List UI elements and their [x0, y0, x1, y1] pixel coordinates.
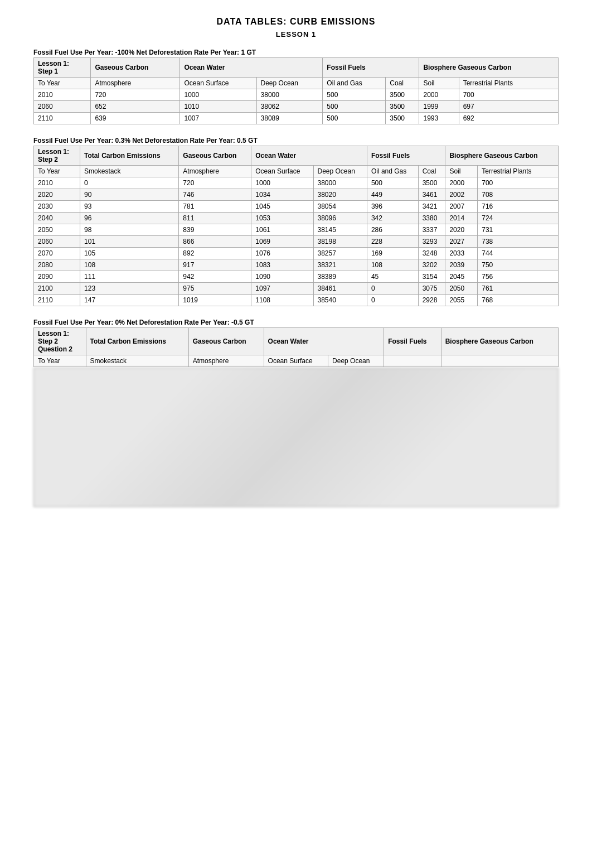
- t3-h-step: Lesson 1:Step 2Question 2: [34, 328, 86, 355]
- table-row: 20509883910613814528633372020731: [34, 224, 559, 236]
- t1-sh-atmosphere: Atmosphere: [91, 78, 180, 89]
- t1-sh-coal: Coal: [386, 78, 419, 89]
- table-row: 201072010003800050035002000700: [34, 89, 559, 101]
- table2: Lesson 1:Step 2 Total Carbon Emissions G…: [33, 146, 559, 306]
- t3-h-ocean: Ocean Water: [264, 328, 384, 355]
- t1-h-gaseous: Gaseous Carbon: [91, 58, 180, 78]
- table-row: 206065210103806250035001999697: [34, 101, 559, 113]
- table-row: 20901119421090383894531542045756: [34, 271, 559, 283]
- t2-h-step: Lesson 1:Step 2: [34, 146, 80, 166]
- table3-section: Fossil Fuel Use Per Year: 0% Net Defores…: [33, 319, 559, 507]
- sub-title: LESSON 1: [33, 30, 559, 38]
- table-row: 20209074610343802044934612002708: [34, 189, 559, 201]
- t3-h-gaseous: Gaseous Carbon: [188, 328, 264, 355]
- table-row: 20409681110533809634233802014724: [34, 213, 559, 224]
- t1-h-biosphere: Biosphere Gaseous Carbon: [419, 58, 559, 78]
- t1-sh-deep-ocean: Deep Ocean: [256, 78, 323, 89]
- table-row: 206010186610693819822832932027738: [34, 236, 559, 248]
- t2-sh-soil: Soil: [445, 166, 478, 177]
- t2-sh-year: To Year: [34, 166, 80, 177]
- t3-sh-smokestack: Smokestack: [86, 355, 188, 367]
- t1-sh-soil: Soil: [419, 78, 459, 89]
- main-title: DATA TABLES: CURB EMISSIONS: [33, 17, 559, 27]
- t2-h-biosphere: Biosphere Gaseous Carbon: [445, 146, 559, 166]
- table1-title: Fossil Fuel Use Per Year: -100% Net Defo…: [33, 49, 559, 56]
- table-row: 2010072010003800050035002000700: [34, 177, 559, 189]
- table-row: 208010891710833832110832022039750: [34, 259, 559, 271]
- table1: Lesson 1:Step 1 Gaseous Carbon Ocean Wat…: [33, 57, 559, 124]
- t3-h-fossil: Fossil Fuels: [384, 328, 441, 355]
- t3-sh-col5: [384, 355, 441, 367]
- t2-sh-ocean-surface: Ocean Surface: [251, 166, 313, 177]
- t2-sh-atmosphere: Atmosphere: [179, 166, 251, 177]
- t2-h-fossil: Fossil Fuels: [367, 146, 445, 166]
- blurred-area: [33, 368, 559, 507]
- t1-sh-ocean-surface: Ocean Surface: [180, 78, 256, 89]
- t3-h-total: Total Carbon Emissions: [86, 328, 188, 355]
- t2-sh-oil-gas: Oil and Gas: [367, 166, 418, 177]
- t2-sh-coal: Coal: [418, 166, 445, 177]
- t3-sh-atmosphere: Atmosphere: [188, 355, 264, 367]
- t2-sh-terrestrial: Terrestrial Plants: [478, 166, 559, 177]
- t1-h-ocean: Ocean Water: [180, 58, 323, 78]
- t1-sh-oil-gas: Oil and Gas: [323, 78, 386, 89]
- table-row: 211063910073808950035001993692: [34, 113, 559, 124]
- t3-sh-col6: [441, 355, 558, 367]
- t2-sh-deep-ocean: Deep Ocean: [313, 166, 367, 177]
- table-row: 2100123975109738461030752050761: [34, 283, 559, 295]
- table-row: 207010589210763825716932482033744: [34, 248, 559, 259]
- t3-sh-deep-ocean: Deep Ocean: [328, 355, 384, 367]
- t1-h-step: Lesson 1:Step 1: [34, 58, 91, 78]
- t1-sh-year: To Year: [34, 78, 91, 89]
- t3-sh-year: To Year: [34, 355, 86, 367]
- table3-title: Fossil Fuel Use Per Year: 0% Net Defores…: [33, 319, 559, 326]
- t1-sh-terrestrial: Terrestrial Plants: [459, 78, 558, 89]
- t3-sh-ocean-surface: Ocean Surface: [264, 355, 328, 367]
- t2-h-gaseous: Gaseous Carbon: [179, 146, 251, 166]
- t2-sh-smokestack: Smokestack: [80, 166, 179, 177]
- table-row: 21101471019110838540029282055768: [34, 295, 559, 306]
- t2-h-total: Total Carbon Emissions: [80, 146, 179, 166]
- t2-h-ocean: Ocean Water: [251, 146, 367, 166]
- table1-section: Fossil Fuel Use Per Year: -100% Net Defo…: [33, 49, 559, 124]
- t3-h-biosphere: Biosphere Gaseous Carbon: [441, 328, 558, 355]
- table3: Lesson 1:Step 2Question 2 Total Carbon E…: [33, 327, 559, 367]
- table2-section: Fossil Fuel Use Per Year: 0.3% Net Defor…: [33, 137, 559, 306]
- table-row: 20309378110453805439634212007716: [34, 201, 559, 213]
- t1-h-fossil: Fossil Fuels: [323, 58, 419, 78]
- table2-title: Fossil Fuel Use Per Year: 0.3% Net Defor…: [33, 137, 559, 144]
